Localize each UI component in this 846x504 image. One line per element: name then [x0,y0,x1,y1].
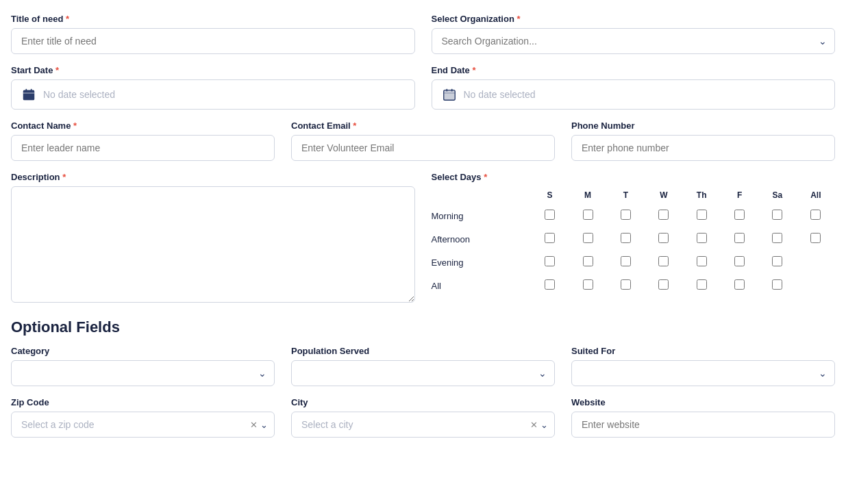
morning-all-checkbox[interactable] [810,210,821,220]
evening-tuesday-checkbox[interactable] [621,256,631,266]
evening-monday-checkbox[interactable] [583,256,593,266]
morning-friday-checkbox[interactable] [734,210,745,220]
organization-search-wrapper: ⌄ [432,28,836,54]
evening-row: Evening [432,251,836,274]
all-saturday-checkbox[interactable] [772,279,782,290]
afternoon-monday-checkbox[interactable] [583,233,593,243]
evening-sunday-checkbox[interactable] [545,256,555,266]
title-of-need-label: Title of need * [11,14,415,24]
city-select[interactable]: Select a city [291,412,555,438]
population-served-select[interactable] [291,360,555,386]
morning-sunday-checkbox[interactable] [545,210,555,220]
all-wednesday-checkbox[interactable] [658,279,669,290]
svg-rect-8 [443,92,455,93]
svg-rect-3 [23,92,35,93]
afternoon-tuesday-checkbox[interactable] [621,233,631,243]
phone-number-label: Phone Number [571,121,835,131]
contact-email-input[interactable] [291,135,555,161]
morning-label: Morning [432,204,531,227]
category-label: Category [11,346,275,356]
select-organization-label: Select Organization * [432,14,836,24]
end-date-label: End Date * [432,65,836,75]
all-friday-checkbox[interactable] [734,279,745,290]
morning-tuesday-checkbox[interactable] [621,210,631,220]
city-select-wrapper: Select a city ✕ ⌄ [291,412,555,438]
all-monday-checkbox[interactable] [583,279,593,290]
calendar-icon [21,87,36,102]
optional-fields-title: Optional Fields [11,318,835,336]
afternoon-thursday-checkbox[interactable] [697,233,707,243]
tuesday-header: T [607,186,645,204]
svg-rect-2 [31,89,32,92]
saturday-header: Sa [758,186,796,204]
category-select[interactable] [11,360,275,386]
afternoon-row: Afternoon [432,227,836,251]
all-sunday-checkbox[interactable] [545,279,555,290]
zip-code-select-wrapper: Select a zip code ✕ ⌄ [11,412,275,438]
population-served-label: Population Served [291,346,555,356]
website-input[interactable] [571,412,835,438]
calendar-icon [442,87,457,102]
afternoon-sunday-checkbox[interactable] [545,233,555,243]
suited-for-select-wrapper: ⌄ [571,360,835,386]
evening-friday-checkbox[interactable] [734,256,745,266]
friday-header: F [721,186,758,204]
end-date-placeholder: No date selected [464,89,536,100]
morning-saturday-checkbox[interactable] [772,210,782,220]
days-table: S M T W Th F Sa All Morning [432,186,836,297]
all-header: All [797,186,835,204]
morning-wednesday-checkbox[interactable] [658,210,669,220]
wednesday-header: W [645,186,682,204]
all-tuesday-checkbox[interactable] [621,279,631,290]
contact-name-label: Contact Name * [11,121,275,131]
description-textarea[interactable] [11,186,415,303]
description-label: Description * [11,172,415,182]
start-date-label: Start Date * [11,65,415,75]
suited-for-select[interactable] [571,360,835,386]
sunday-header: S [531,186,569,204]
morning-row: Morning [432,204,836,227]
title-of-need-input[interactable] [11,28,415,54]
afternoon-all-checkbox[interactable] [810,233,821,243]
morning-thursday-checkbox[interactable] [697,210,707,220]
svg-rect-0 [23,90,35,101]
svg-rect-6 [446,89,447,92]
afternoon-friday-checkbox[interactable] [734,233,745,243]
all-row: All [432,274,836,297]
thursday-header: Th [682,186,720,204]
zip-code-select[interactable]: Select a zip code [11,412,275,438]
svg-rect-4 [443,90,455,101]
svg-rect-1 [25,89,27,92]
phone-number-input[interactable] [571,135,835,161]
contact-name-input[interactable] [11,135,275,161]
afternoon-saturday-checkbox[interactable] [772,233,782,243]
organization-search-input[interactable] [432,28,836,54]
evening-thursday-checkbox[interactable] [697,256,707,266]
zip-code-label: Zip Code [11,397,275,407]
category-select-wrapper: ⌄ [11,360,275,386]
time-col-header [432,186,531,204]
morning-monday-checkbox[interactable] [583,210,593,220]
website-label: Website [571,397,835,407]
evening-wednesday-checkbox[interactable] [658,256,669,266]
city-label: City [291,397,555,407]
afternoon-wednesday-checkbox[interactable] [658,233,669,243]
population-served-select-wrapper: ⌄ [291,360,555,386]
svg-rect-7 [451,89,452,92]
afternoon-label: Afternoon [432,227,531,251]
start-date-field[interactable]: No date selected [11,79,415,110]
select-days-label: Select Days * [432,172,836,182]
all-label: All [432,274,531,297]
evening-saturday-checkbox[interactable] [772,256,782,266]
all-thursday-checkbox[interactable] [697,279,707,290]
end-date-field[interactable]: No date selected [432,79,836,110]
evening-label: Evening [432,251,531,274]
monday-header: M [569,186,606,204]
start-date-placeholder: No date selected [43,89,115,100]
contact-email-label: Contact Email * [291,121,555,131]
suited-for-label: Suited For [571,346,835,356]
